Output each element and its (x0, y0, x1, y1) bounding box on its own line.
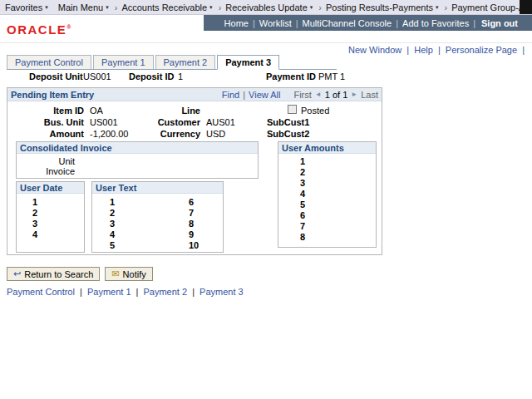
last-link[interactable]: Last (361, 90, 378, 100)
oracle-logo: ORACLE® (7, 22, 71, 37)
consolidated-invoice-box: Consolidated Invoice Unit Invoice (16, 141, 259, 179)
deposit-id-value: 1 (178, 71, 183, 81)
subcust1-label: SubCust1 (267, 117, 309, 127)
user-date-row-label: 4 (32, 229, 84, 240)
main-menu[interactable]: Main Menu (58, 2, 103, 12)
breadcrumb-separator-icon: › (219, 2, 222, 12)
chevron-down-icon[interactable]: ▾ (310, 4, 313, 11)
user-text-row-label: 10 (189, 240, 199, 251)
help-link[interactable]: Help (414, 45, 433, 55)
user-text-row-label: 7 (189, 208, 199, 219)
user-amount-row-label: 6 (300, 210, 376, 221)
user-amount-row-label: 3 (300, 178, 376, 189)
separator: | (406, 45, 409, 55)
view-all-link[interactable]: View All (249, 90, 280, 100)
separator: | (243, 90, 245, 100)
section-title: User Text (96, 183, 136, 193)
footer-link-payment-3[interactable]: Payment 3 (200, 287, 244, 297)
breadcrumb-separator-icon: › (115, 2, 118, 12)
payment-id-label: Payment ID (266, 71, 316, 81)
user-text-row-label: 6 (189, 197, 199, 208)
breadcrumb-item-receivables-update[interactable]: Receivables Update (225, 2, 307, 12)
user-date-header: User Date (17, 182, 84, 194)
breadcrumb-separator-icon: › (318, 2, 322, 12)
new-window-link[interactable]: New Window (348, 45, 401, 55)
user-amounts-box: User Amounts 1 2 3 4 5 6 7 8 (278, 141, 377, 248)
section-title: User Date (20, 183, 62, 193)
page-tools: New Window | Help | Personalize Page | (348, 45, 527, 55)
user-amount-row-label: 7 (300, 221, 376, 232)
user-text-row-label: 4 (110, 229, 115, 240)
peoplesoft-page: Favorites ▾ Main Menu ▾ › Accounts Recei… (0, 0, 532, 399)
personalize-page-link[interactable]: Personalize Page (446, 45, 517, 55)
tab-payment-2[interactable]: Payment 2 (155, 55, 216, 69)
user-date-row-label: 1 (32, 197, 84, 208)
sign-out-link[interactable]: Sign out (481, 18, 518, 28)
tab-payment-3[interactable]: Payment 3 (217, 55, 279, 70)
item-id-value: OA (90, 106, 103, 116)
return-to-search-icon: ↩ (13, 268, 21, 279)
first-link[interactable]: First (293, 90, 311, 100)
user-amount-row-label: 1 (300, 156, 376, 167)
tab-payment-1[interactable]: Payment 1 (93, 55, 154, 69)
add-to-favorites-link[interactable]: Add to Favorites (402, 18, 469, 28)
user-date-row-label: 2 (32, 208, 84, 219)
footer-link-payment-control[interactable]: Payment Control (7, 287, 75, 297)
chevron-down-icon[interactable]: ▾ (106, 4, 109, 11)
breadcrumb-item-accounts-receivable[interactable]: Accounts Receivable (121, 2, 207, 12)
deposit-unit-value: US001 (83, 71, 111, 81)
separator: | (438, 45, 441, 55)
find-link[interactable]: Find (222, 90, 239, 100)
user-amount-row-label: 4 (300, 189, 376, 200)
user-text-row-label: 9 (189, 229, 199, 240)
amount-label: Amount (7, 129, 84, 139)
separator: | (136, 287, 139, 297)
customer-label: Customer (132, 117, 200, 127)
pending-item-entry-box: Pending Item Entry Find | View All First… (7, 87, 382, 255)
currency-label: Currency (132, 129, 200, 139)
user-text-row-label: 2 (110, 208, 115, 219)
nav-separator: | (253, 18, 255, 28)
tab-payment-control[interactable]: Payment Control (7, 55, 91, 69)
page-footer-links: Payment Control | Payment 1 | Payment 2 … (7, 287, 244, 297)
next-row-icon[interactable]: ► (351, 91, 357, 98)
chevron-down-icon[interactable]: ▾ (45, 4, 48, 11)
worklist-link[interactable]: Worklist (259, 18, 292, 28)
notify-icon: ✉ (111, 268, 119, 279)
home-link[interactable]: Home (224, 18, 249, 28)
customer-value: AUS01 (206, 117, 235, 127)
user-amount-row-label: 2 (300, 167, 376, 178)
multichannel-console-link[interactable]: MultiChannel Console (303, 18, 392, 28)
section-title: Consolidated Invoice (20, 143, 112, 153)
separator: | (192, 287, 195, 297)
breadcrumb-item-posting-results-payments[interactable]: Posting Results-Payments (326, 2, 433, 12)
previous-row-icon[interactable]: ◄ (315, 91, 322, 98)
chevron-down-icon[interactable]: ▾ (436, 4, 439, 11)
chevron-down-icon[interactable]: ▾ (209, 4, 213, 11)
notify-button[interactable]: ✉ Notify (105, 267, 152, 281)
user-amounts-header: User Amounts (278, 142, 376, 154)
payment-id-value: PMT 1 (318, 71, 345, 81)
nav-separator: | (473, 18, 475, 28)
portal-navbar: Home | Worklist | MultiChannel Console |… (204, 15, 532, 31)
user-amount-row-label: 8 (300, 232, 376, 243)
page-toolbar: ↩ Return to Search ✉ Notify (7, 267, 153, 281)
invoice-label: Invoice (17, 166, 75, 176)
footer-link-payment-2[interactable]: Payment 2 (144, 287, 188, 297)
return-to-search-label: Return to Search (24, 269, 93, 279)
unit-label: Unit (17, 156, 75, 166)
posted-checkbox[interactable] (288, 105, 297, 114)
notify-label: Notify (123, 269, 146, 279)
user-date-rows: 1 2 3 4 (17, 194, 84, 240)
posted-label: Posted (301, 106, 329, 116)
user-text-row-label: 3 (110, 219, 115, 229)
user-amount-row-label: 5 (300, 200, 376, 210)
window-corner-block (520, 0, 532, 14)
favorites-menu[interactable]: Favorites (5, 2, 42, 12)
oracle-logo-text: ORACLE (7, 22, 66, 37)
subcust2-label: SubCust2 (267, 129, 309, 139)
user-text-row-label: 8 (189, 219, 199, 229)
breadcrumb-separator-icon: › (444, 2, 447, 12)
return-to-search-button[interactable]: ↩ Return to Search (7, 267, 100, 281)
footer-link-payment-1[interactable]: Payment 1 (87, 287, 131, 297)
